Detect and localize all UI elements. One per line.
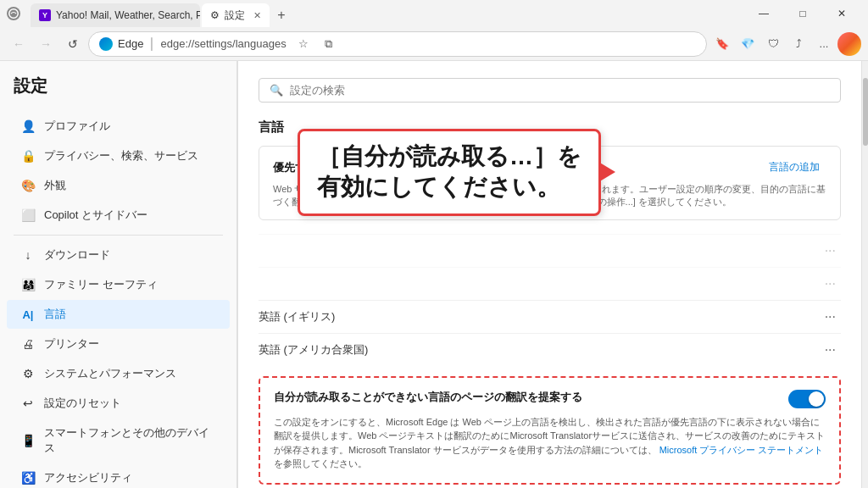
lang-row-placeholder-2: ··· — [259, 267, 841, 300]
settings-favicon: ⚙ — [210, 9, 220, 21]
lang-row-english-us: 英語 (アメリカ合衆国) ··· — [259, 333, 841, 366]
address-box[interactable]: Edge │ edge://settings/languages ☆ ⧉ — [88, 31, 707, 57]
sidebar-item-reset[interactable]: ↩ 設定のリセット — [7, 389, 230, 418]
annotation-overlay: ① ［自分が読み取る…］を 有効にしてください。 — [238, 129, 601, 216]
profile-button[interactable] — [837, 32, 861, 56]
lang-row-placeholder-1: ··· — [259, 234, 841, 267]
app-icon — [7, 7, 20, 20]
sidebar-label-family: ファミリー セーフティ — [44, 277, 158, 292]
favorites-toolbar-icon[interactable]: 🔖 — [710, 32, 734, 56]
collections-icon[interactable]: 💎 — [736, 32, 760, 56]
translation-toggle[interactable] — [788, 390, 826, 408]
maximize-button[interactable]: □ — [783, 0, 822, 27]
sidebar: 設定 👤 プロファイル 🔒 プライバシー、検索、サービス 🎨 外観 ⬜ Copi… — [0, 61, 237, 488]
sidebar-item-profile[interactable]: 👤 プロファイル — [7, 112, 230, 141]
more-btn-1[interactable]: ··· — [820, 241, 841, 260]
sidebar-item-copilot[interactable]: ⬜ Copilot とサイドバー — [7, 201, 230, 230]
reset-icon: ↩ — [20, 396, 36, 411]
titlebar-left — [7, 7, 20, 20]
translation-section: 自分が読み取ることができない言語のページの翻訳を提案する この設定をオンにすると… — [259, 376, 841, 485]
browser-body: 設定 👤 プロファイル 🔒 プライバシー、検索、サービス 🎨 外観 ⬜ Copi… — [0, 61, 868, 488]
sidebar-label-accessibility: アクセシビリティ — [44, 470, 132, 485]
new-tab-button[interactable]: + — [270, 3, 293, 27]
lang-row-english-uk: 英語 (イギリス) ··· — [259, 300, 841, 333]
sidebar-label-reset: 設定のリセット — [44, 396, 121, 411]
sidebar-item-accessibility[interactable]: ♿ アクセシビリティ — [7, 463, 230, 488]
favorites-icon[interactable]: ☆ — [292, 32, 315, 56]
family-icon: 👨‍👩‍👧 — [20, 277, 36, 292]
more-btn-uk[interactable]: ··· — [820, 308, 841, 326]
tab-settings-label: 設定 — [225, 8, 245, 23]
sidebar-divider-1 — [14, 235, 223, 236]
tab-close-settings[interactable]: ✕ — [253, 10, 261, 21]
more-btn-us[interactable]: ··· — [820, 341, 841, 359]
translation-toggle-desc: この設定をオンにすると、Microsoft Edge は Web ページ上の言語… — [274, 415, 826, 471]
refresh-button[interactable]: ↺ — [61, 32, 85, 56]
more-btn-2[interactable]: ··· — [820, 274, 841, 293]
svg-point-0 — [9, 9, 19, 19]
sidebar-item-printer[interactable]: 🖨 プリンター — [7, 330, 230, 358]
sidebar-label-profile: プロファイル — [44, 119, 110, 134]
annotation-line2: 有効にしてください。 — [317, 172, 581, 202]
search-box[interactable]: 🔍 — [259, 78, 841, 103]
downloads-icon: ↓ — [20, 247, 36, 263]
search-icon: 🔍 — [270, 84, 283, 97]
address-actions: ☆ ⧉ — [292, 32, 341, 56]
language-icon: A| — [20, 307, 36, 322]
tab-group: Y Yahoo! Mail, Weather, Search, Po... ⚙ … — [31, 0, 741, 27]
sidebar-label-downloads: ダウンロード — [44, 247, 110, 263]
sidebar-item-language[interactable]: A| 言語 — [7, 300, 230, 329]
address-text: edge://settings/languages — [161, 37, 287, 50]
sidebar-title: 設定 — [0, 75, 236, 111]
settings-content: 🔍 言語 優先する言語 言語の追加 Web サイトは、一覧にあるサポートされてい… — [238, 61, 861, 488]
minimize-button[interactable]: — — [744, 0, 783, 27]
sidebar-item-system[interactable]: ⚙ システムとパフォーマンス — [7, 359, 230, 388]
lang-rows-hidden: ··· ··· — [259, 234, 841, 300]
share-icon[interactable]: ⤴ — [787, 32, 810, 56]
edge-favicon — [99, 37, 113, 51]
titlebar: Y Yahoo! Mail, Weather, Search, Po... ⚙ … — [0, 0, 868, 27]
accessibility-icon: ♿ — [20, 470, 36, 485]
annotation-arrow — [598, 162, 615, 182]
translation-toggle-title: 自分が読み取ることができない言語のページの翻訳を提案する — [274, 390, 778, 405]
tab-settings[interactable]: ⚙ 設定 ✕ — [202, 3, 270, 27]
sidebar-label-copilot: Copilot とサイドバー — [44, 208, 147, 223]
back-button[interactable]: ← — [7, 32, 31, 56]
sidebar-item-mobile[interactable]: 📱 スマートフォンとその他のデバイス — [7, 419, 230, 463]
close-button[interactable]: ✕ — [822, 0, 861, 27]
annotation-box: ［自分が読み取る…］を 有効にしてください。 — [298, 129, 601, 216]
forward-button[interactable]: → — [34, 32, 58, 56]
sidebar-item-appearance[interactable]: 🎨 外観 — [7, 171, 230, 200]
sidebar-label-system: システムとパフォーマンス — [44, 366, 176, 381]
yahoo-favicon: Y — [39, 9, 51, 21]
search-input[interactable] — [290, 84, 830, 97]
sidebar-label-appearance: 外観 — [44, 178, 66, 193]
privacy-icon: 🔒 — [20, 148, 36, 164]
more-tools-icon[interactable]: ... — [812, 32, 836, 56]
sidebar-label-language: 言語 — [44, 307, 66, 322]
edge-label: Edge — [118, 37, 143, 50]
split-screen-icon[interactable]: ⧉ — [317, 32, 341, 56]
sidebar-label-printer: プリンター — [44, 336, 99, 352]
printer-icon: 🖨 — [20, 336, 36, 352]
sidebar-item-privacy[interactable]: 🔒 プライバシー、検索、サービス — [7, 141, 230, 170]
add-language-button[interactable]: 言語の追加 — [762, 157, 826, 178]
scrollbar-area — [861, 61, 868, 488]
appearance-icon: 🎨 — [20, 178, 36, 193]
sidebar-item-family[interactable]: 👨‍👩‍👧 ファミリー セーフティ — [7, 270, 230, 299]
sidebar-item-downloads[interactable]: ↓ ダウンロード — [7, 241, 230, 269]
lang-english-uk: 英語 (イギリス) — [259, 309, 335, 324]
scrollbar-thumb[interactable] — [863, 78, 868, 146]
toggle-row: 自分が読み取ることができない言語のページの翻訳を提案する — [274, 390, 826, 408]
addressbar: ← → ↺ Edge │ edge://settings/languages ☆… — [0, 27, 868, 61]
privacy-statement-link[interactable]: Microsoft プライバシー ステートメント — [659, 445, 824, 455]
tab-yahoo-label: Yahoo! Mail, Weather, Search, Po... — [56, 9, 200, 21]
copilot-icon: ⬜ — [20, 208, 36, 223]
sidebar-label-mobile: スマートフォンとその他のデバイス — [44, 425, 216, 456]
annotation-line1: ［自分が読み取る…］を — [317, 141, 581, 172]
system-icon: ⚙ — [20, 366, 36, 381]
profile-icon: 👤 — [20, 119, 36, 134]
tab-yahoo[interactable]: Y Yahoo! Mail, Weather, Search, Po... — [31, 3, 200, 27]
browser-essentials-icon[interactable]: 🛡 — [761, 32, 785, 56]
toolbar-actions: 🔖 💎 🛡 ⤴ ... — [710, 32, 861, 56]
